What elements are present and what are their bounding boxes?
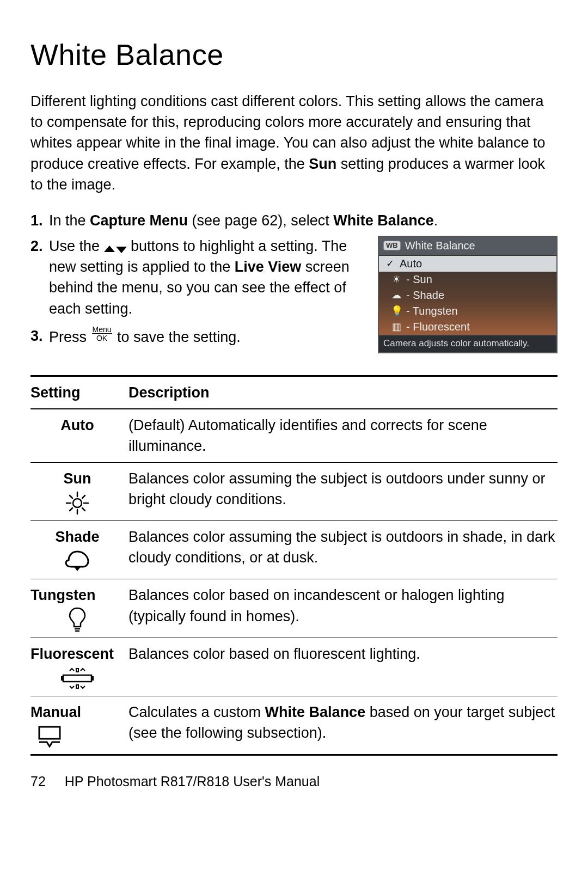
svg-line-8 [82,495,85,498]
label: Tungsten [30,587,95,603]
t: to save the setting. [113,329,241,345]
svg-rect-15 [76,685,78,688]
live-view-bold: Live View [235,259,302,275]
step-1-num: 1. [30,210,49,231]
label: Sun [64,470,91,487]
fluorescent-icon: ▥ [391,320,402,333]
menu-item-fluorescent: ▥- Fluorescent [379,319,556,335]
menu-item-tungsten: 💡- Tungsten [379,303,556,319]
setting-tungsten: Tungsten [30,585,128,632]
label: Auto [400,256,422,271]
book-title: HP Photosmart R817/R818 User's Manual [65,774,320,789]
svg-rect-12 [61,676,63,681]
setting-manual: Manual [30,702,128,749]
table-row: Sun Balances color assuming the subject … [30,463,558,521]
t: Use the [49,238,104,254]
shade-icon: ☁ [391,289,402,302]
t: Press [49,329,91,345]
camera-menu-screenshot: WB White Balance ✓Auto ☀- Sun ☁- Shade 💡… [378,236,558,353]
desc-manual: Calculates a custom White Balance based … [128,702,558,749]
t: (see page 62), select [188,212,333,229]
step-3-text: Press MenuOK to save the setting. [49,326,368,347]
fluorescent-icon [30,666,124,690]
t: . [434,212,438,229]
svg-line-6 [82,508,85,511]
svg-rect-13 [91,676,94,681]
label: - Tungsten [406,304,458,318]
step-2-text: Use the buttons to highlight a setting. … [49,236,368,348]
setting-shade: Shade [30,526,128,573]
col-description: Description [128,382,558,403]
up-down-arrows-icon [104,246,127,253]
label: - Sun [406,272,432,287]
step-2: 2. Use the buttons to highlight a settin… [30,236,558,353]
page-footer: 72 HP Photosmart R817/R818 User's Manual [30,772,558,792]
check-icon: ✓ [384,257,395,270]
bulb-icon: 💡 [391,304,402,317]
menu-item-auto: ✓Auto [379,256,556,272]
steps-list: 1. In the Capture Menu (see page 62), se… [30,210,558,353]
step-3-num: 3. [30,326,49,347]
svg-line-7 [70,508,72,511]
setting-fluorescent: Fluorescent [30,644,128,690]
menu-item-sun: ☀- Sun [379,272,556,287]
table-row: Manual Calculates a custom White Balance… [30,696,558,754]
label: - Shade [406,288,444,303]
step-1-text: In the Capture Menu (see page 62), selec… [49,210,558,231]
table-row: Auto (Default) Automatically identifies … [30,409,558,463]
intro-bold-sun: Sun [309,156,336,172]
menu-body: ✓Auto ☀- Sun ☁- Shade 💡- Tungsten ▥- Flu… [379,255,556,335]
menu-titlebar: WB White Balance [379,237,556,255]
setting-auto: Auto [30,415,128,457]
bulb-icon [30,608,124,632]
col-setting: Setting [30,382,128,403]
desc-sun: Balances color assuming the subject is o… [128,468,558,515]
setting-sun: Sun [30,468,128,515]
desc-auto: (Default) Automatically identifies and c… [128,415,558,457]
step-3: 3. Press MenuOK to save the setting. [30,326,368,347]
t: Calculates a custom [128,704,265,720]
svg-rect-16 [39,727,60,739]
ok-label: OK [92,334,112,342]
menu-ok-icon: MenuOK [92,326,112,342]
menu-item-shade: ☁- Shade [379,287,556,303]
desc-tungsten: Balances color based on incandescent or … [128,585,558,632]
sun-icon [30,491,124,515]
table-header: Setting Description [30,377,558,409]
white-balance-bold: White Balance [333,212,434,229]
step-1: 1. In the Capture Menu (see page 62), se… [30,210,558,231]
menu-footer: Camera adjusts color automatically. [379,335,556,352]
svg-line-5 [70,495,72,498]
label: Fluorescent [30,646,114,662]
desc-fluorescent: Balances color based on fluorescent ligh… [128,644,558,690]
svg-rect-14 [76,669,78,672]
menu-title: White Balance [405,238,475,253]
svg-rect-11 [63,675,91,682]
shade-icon [30,549,124,573]
label: Shade [55,529,99,545]
settings-table: Setting Description Auto (Default) Autom… [30,375,558,756]
page-title: White Balance [30,34,558,76]
manual-icon [30,725,124,749]
label: Manual [30,704,81,720]
white-balance-bold: White Balance [265,704,366,720]
label: - Fluorescent [406,320,470,334]
t: In the [49,212,90,229]
desc-shade: Balances color assuming the subject is o… [128,526,558,573]
menu-label: Menu [92,326,112,334]
wb-badge-icon: WB [383,241,401,250]
page-number: 72 [30,774,46,789]
table-row: Tungsten Balances color based on incande… [30,579,558,638]
table-row: Shade Balances color assuming the subjec… [30,521,558,579]
capture-menu-bold: Capture Menu [90,212,188,229]
svg-point-0 [73,499,82,507]
sun-icon: ☀ [391,273,402,286]
intro-paragraph: Different lighting conditions cast diffe… [30,91,558,195]
table-row: Fluorescent Balances color based on fluo… [30,638,558,696]
